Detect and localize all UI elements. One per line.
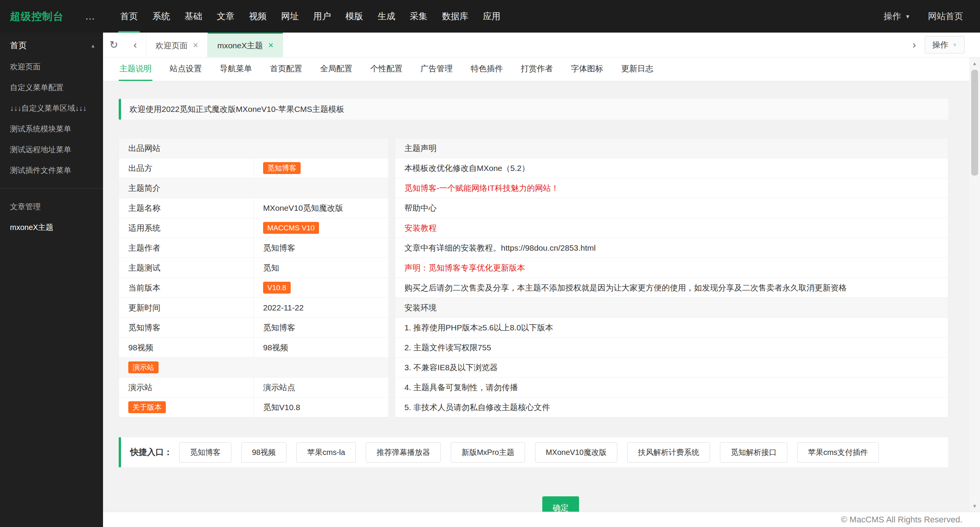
quick-link-button[interactable]: 推荐弹幕播放器 xyxy=(366,442,441,463)
subtab[interactable]: 字体图标 xyxy=(570,57,604,81)
row-value: 觅知V10.8 xyxy=(254,397,389,417)
row-value: 觅知博客 xyxy=(254,238,389,258)
quick-link-button[interactable]: 扶风解析计费系统 xyxy=(627,442,710,463)
subtab[interactable]: 站点设置 xyxy=(169,57,203,81)
note-text: 5. 非技术人员请勿私自修改主题核心文件 xyxy=(395,397,948,417)
quick-link-button[interactable]: 新版MxPro主题 xyxy=(451,442,525,463)
note-text: 文章中有详细的安装教程。https://98dou.cn/2853.html xyxy=(395,238,948,258)
app-logo: 超级控制台 xyxy=(10,10,64,23)
table-section-header: 安装环境 xyxy=(395,298,948,318)
operate-dropdown-label: 操作 xyxy=(883,10,901,22)
tab[interactable]: 欢迎页面× xyxy=(146,33,208,57)
subtab[interactable]: 个性配置 xyxy=(370,57,403,81)
subtab[interactable]: 特色插件 xyxy=(470,57,504,81)
open-tabs: 欢迎页面×mxoneX主题× xyxy=(146,33,283,57)
theme-info-table: 出品网站出品方觅知博客主题简介主题名称MXoneV10觅知魔改版适用系统MACC… xyxy=(119,138,389,417)
sidebar-divider xyxy=(0,188,103,189)
row-label: 主题测试 xyxy=(119,258,254,278)
tab-operate-dropdown[interactable]: 操作 ▼ xyxy=(925,36,965,54)
subtab[interactable]: 广告管理 xyxy=(420,57,453,81)
quick-link-button[interactable]: 98视频 xyxy=(241,442,286,463)
note-text: 声明：觅知博客专享优化更新版本 xyxy=(395,258,948,278)
subtab[interactable]: 打赏作者 xyxy=(520,57,554,81)
sidebar-item[interactable]: 测试远程地址菜单 xyxy=(0,139,103,160)
row-label: 演示站 xyxy=(119,378,254,397)
topnav-item[interactable]: 视频 xyxy=(242,0,274,33)
refresh-icon[interactable]: ↻ xyxy=(103,39,124,51)
table-section-header: 出品网站 xyxy=(119,138,389,158)
tab-close-icon[interactable]: × xyxy=(268,40,273,51)
note-text: 本模板改优化修改自MXone（5.2） xyxy=(395,158,948,178)
row-label: 当前版本 xyxy=(119,278,254,298)
tabs-scroll-left-icon[interactable]: ‹ xyxy=(124,39,146,51)
row-label: 适用系统 xyxy=(119,218,254,238)
sidebar-item[interactable]: 文章管理 xyxy=(0,196,103,217)
topnav-item[interactable]: 数据库 xyxy=(435,0,476,33)
topbar: 超级控制台 … 首页系统基础文章视频网址用户模版生成采集数据库应用 操作 ▼ 网… xyxy=(0,0,980,33)
sidebar-item[interactable]: 欢迎页面 xyxy=(0,56,103,77)
table-section-header: 演示站 xyxy=(119,358,389,378)
subtab[interactable]: 全局配置 xyxy=(319,57,353,81)
quick-link-button[interactable]: 觅知解析接口 xyxy=(720,442,787,463)
scroll-up-icon[interactable]: ▲ xyxy=(969,57,980,69)
submit-button[interactable]: 确定 xyxy=(542,496,579,512)
topnav-item[interactable]: 采集 xyxy=(402,0,435,33)
more-menu-icon[interactable]: … xyxy=(82,10,99,22)
row-value: 98视频 xyxy=(254,338,389,358)
quick-link-button[interactable]: 苹果cms-la xyxy=(296,442,356,463)
table-section-header: 主题简介 xyxy=(119,178,389,198)
scrollbar-thumb[interactable] xyxy=(971,70,978,176)
tab-label: 欢迎页面 xyxy=(155,40,188,51)
sidebar-item[interactable]: 测试插件文件菜单 xyxy=(0,160,103,181)
topnav-item[interactable]: 文章 xyxy=(209,0,242,33)
topnav-item[interactable]: 网址 xyxy=(274,0,306,33)
site-home-link[interactable]: 网站首页 xyxy=(928,10,963,22)
brand-zone: 超级控制台 … xyxy=(0,0,103,33)
subtab[interactable]: 导航菜单 xyxy=(219,57,253,81)
row-label: 更新时间 xyxy=(119,298,254,318)
sidebar-item[interactable]: mxoneX主题 xyxy=(0,217,103,238)
row-value: V10.8 xyxy=(254,278,389,298)
topnav-item[interactable]: 模版 xyxy=(338,0,370,33)
row-label: 关于版本 xyxy=(119,397,254,417)
theme-subtabs: 主题说明站点设置导航菜单首页配置全局配置个性配置广告管理特色插件打赏作者字体图标… xyxy=(103,57,980,81)
footer: © MacCMS All Rights Reserved. xyxy=(103,512,980,527)
operate-dropdown[interactable]: 操作 ▼ xyxy=(883,10,910,22)
tab-label: mxoneX主题 xyxy=(217,40,263,51)
note-text: 1. 推荐使用PHP版本≥5.6以上8.0以下版本 xyxy=(395,318,948,338)
row-label: 觅知博客 xyxy=(119,318,254,338)
row-label: 98视频 xyxy=(119,338,254,358)
scroll-down-icon[interactable]: ▼ xyxy=(969,500,980,512)
subtab[interactable]: 主题说明 xyxy=(119,57,152,81)
sidebar-item[interactable]: ↓↓↓自定义菜单区域↓↓↓ xyxy=(0,98,103,118)
sidebar-item[interactable]: 自定义菜单配置 xyxy=(0,77,103,98)
quick-link-button[interactable]: MXoneV10魔改版 xyxy=(535,442,617,463)
note-text: 4. 主题具备可复制性，请勿传播 xyxy=(395,378,948,397)
quick-link-button[interactable]: 苹果cms支付插件 xyxy=(797,442,879,463)
sidebar-item[interactable]: 测试系统模块菜单 xyxy=(0,118,103,139)
subtab[interactable]: 更新日志 xyxy=(620,57,654,81)
note-text: 购买之后请勿二次售卖及分享，本主题不添加授权就是因为让大家更方便的使用，如发现分… xyxy=(395,278,948,298)
badge: 演示站 xyxy=(128,361,159,373)
topnav-item[interactable]: 基础 xyxy=(177,0,209,33)
sidebar-group-header[interactable]: 首页 ▲ xyxy=(0,35,103,56)
row-value: MACCMS V10 xyxy=(254,218,389,238)
note-text: 帮助中心 xyxy=(395,198,948,218)
topnav-item[interactable]: 用户 xyxy=(306,0,338,33)
main-area: ↻ ‹ 欢迎页面×mxoneX主题× › 操作 ▼ 主题说明站点设置导航菜单首页… xyxy=(103,33,980,527)
topnav-item[interactable]: 应用 xyxy=(476,0,508,33)
tab-close-icon[interactable]: × xyxy=(193,40,198,51)
topnav-item[interactable]: 系统 xyxy=(145,0,177,33)
tab[interactable]: mxoneX主题× xyxy=(208,33,283,57)
quick-links-buttons: 觅知博客98视频苹果cms-la推荐弹幕播放器新版MxPro主题MXoneV10… xyxy=(179,442,889,463)
topnav-item[interactable]: 生成 xyxy=(370,0,402,33)
quick-link-button[interactable]: 觅知博客 xyxy=(179,442,231,463)
subtab[interactable]: 首页配置 xyxy=(269,57,303,81)
row-label: 出品方 xyxy=(119,158,254,178)
tabs-scroll-right-icon[interactable]: › xyxy=(903,39,925,51)
note-text: 觅知博客-一个赋能网络IT科技魅力的网站！ xyxy=(395,178,948,198)
site-home-label: 网站首页 xyxy=(928,10,963,22)
quick-links-panel: 快捷入口： 觅知博客98视频苹果cms-la推荐弹幕播放器新版MxPro主题MX… xyxy=(119,437,948,467)
topnav-item[interactable]: 首页 xyxy=(113,0,145,33)
vertical-scrollbar[interactable]: ▲ ▼ xyxy=(969,57,980,512)
